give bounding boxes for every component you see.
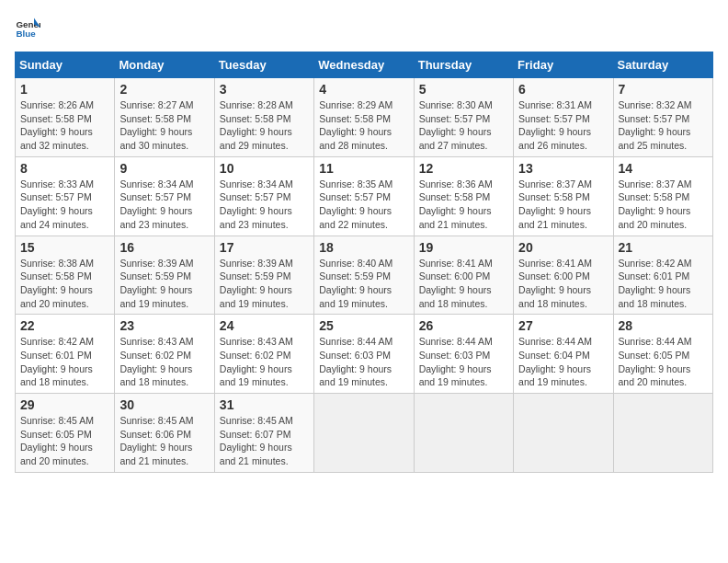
- calendar-cell: 6 Sunrise: 8:31 AM Sunset: 5:57 PM Dayli…: [514, 78, 613, 157]
- calendar-week-row: 8 Sunrise: 8:33 AM Sunset: 5:57 PM Dayli…: [16, 156, 713, 236]
- day-info: Sunrise: 8:42 AM Sunset: 6:01 PM Dayligh…: [20, 335, 109, 389]
- calendar-cell: 7 Sunrise: 8:32 AM Sunset: 5:57 PM Dayli…: [613, 78, 712, 157]
- logo-icon: General Blue: [15, 15, 40, 40]
- calendar-cell: 30 Sunrise: 8:45 AM Sunset: 6:06 PM Dayl…: [115, 394, 214, 473]
- svg-text:Blue: Blue: [16, 29, 36, 39]
- calendar-cell: 10 Sunrise: 8:34 AM Sunset: 5:57 PM Dayl…: [214, 156, 313, 236]
- day-number: 31: [220, 397, 309, 412]
- day-number: 30: [119, 397, 209, 412]
- day-info: Sunrise: 8:27 AM Sunset: 5:58 PM Dayligh…: [119, 98, 209, 153]
- day-info: Sunrise: 8:44 AM Sunset: 6:05 PM Dayligh…: [619, 335, 708, 389]
- dow-header: Wednesday: [314, 52, 414, 78]
- day-info: Sunrise: 8:35 AM Sunset: 5:57 PM Dayligh…: [319, 178, 408, 232]
- day-info: Sunrise: 8:43 AM Sunset: 6:02 PM Dayligh…: [220, 335, 309, 389]
- day-number: 25: [319, 318, 408, 333]
- day-number: 2: [119, 82, 209, 97]
- day-number: 24: [220, 318, 309, 333]
- day-info: Sunrise: 8:45 AM Sunset: 6:06 PM Dayligh…: [119, 414, 209, 468]
- day-number: 8: [20, 161, 109, 176]
- calendar-week-row: 22 Sunrise: 8:42 AM Sunset: 6:01 PM Dayl…: [16, 315, 713, 394]
- day-info: Sunrise: 8:30 AM Sunset: 5:57 PM Dayligh…: [419, 98, 508, 153]
- day-number: 15: [20, 240, 109, 255]
- calendar-week-row: 1 Sunrise: 8:26 AM Sunset: 5:58 PM Dayli…: [16, 78, 713, 157]
- day-number: 4: [319, 82, 408, 97]
- day-number: 13: [518, 161, 608, 176]
- dow-header: Tuesday: [214, 52, 313, 78]
- page-header: General Blue: [15, 15, 713, 40]
- day-number: 18: [319, 240, 408, 255]
- day-info: Sunrise: 8:33 AM Sunset: 5:57 PM Dayligh…: [20, 178, 109, 232]
- day-number: 19: [419, 240, 508, 255]
- day-info: Sunrise: 8:31 AM Sunset: 5:57 PM Dayligh…: [518, 98, 608, 153]
- calendar-cell: 2 Sunrise: 8:27 AM Sunset: 5:58 PM Dayli…: [115, 78, 214, 157]
- day-info: Sunrise: 8:39 AM Sunset: 5:59 PM Dayligh…: [220, 257, 309, 311]
- calendar-cell: 4 Sunrise: 8:29 AM Sunset: 5:58 PM Dayli…: [314, 78, 414, 157]
- calendar-cell: [514, 394, 613, 473]
- day-number: 10: [220, 161, 309, 176]
- calendar-cell: [414, 394, 513, 473]
- calendar-cell: 5 Sunrise: 8:30 AM Sunset: 5:57 PM Dayli…: [414, 78, 513, 157]
- days-of-week-row: SundayMondayTuesdayWednesdayThursdayFrid…: [16, 52, 713, 78]
- day-number: 16: [119, 240, 209, 255]
- day-info: Sunrise: 8:32 AM Sunset: 5:57 PM Dayligh…: [619, 98, 708, 153]
- day-info: Sunrise: 8:37 AM Sunset: 5:58 PM Dayligh…: [619, 178, 708, 232]
- day-info: Sunrise: 8:44 AM Sunset: 6:04 PM Dayligh…: [518, 335, 608, 389]
- dow-header: Friday: [514, 52, 613, 78]
- logo: General Blue: [15, 15, 40, 40]
- calendar-cell: 14 Sunrise: 8:37 AM Sunset: 5:58 PM Dayl…: [613, 156, 712, 236]
- day-number: 21: [619, 240, 708, 255]
- day-number: 11: [319, 161, 408, 176]
- day-info: Sunrise: 8:44 AM Sunset: 6:03 PM Dayligh…: [419, 335, 508, 389]
- calendar-cell: [613, 394, 712, 473]
- calendar-cell: 9 Sunrise: 8:34 AM Sunset: 5:57 PM Dayli…: [115, 156, 214, 236]
- calendar-cell: 18 Sunrise: 8:40 AM Sunset: 5:59 PM Dayl…: [314, 236, 414, 315]
- day-number: 20: [518, 240, 608, 255]
- day-number: 9: [119, 161, 209, 176]
- day-number: 17: [220, 240, 309, 255]
- calendar-cell: 15 Sunrise: 8:38 AM Sunset: 5:58 PM Dayl…: [16, 236, 115, 315]
- day-number: 7: [619, 82, 708, 97]
- calendar-week-row: 15 Sunrise: 8:38 AM Sunset: 5:58 PM Dayl…: [16, 236, 713, 315]
- dow-header: Saturday: [613, 52, 712, 78]
- day-info: Sunrise: 8:34 AM Sunset: 5:57 PM Dayligh…: [220, 178, 309, 232]
- calendar-cell: 8 Sunrise: 8:33 AM Sunset: 5:57 PM Dayli…: [16, 156, 115, 236]
- day-info: Sunrise: 8:44 AM Sunset: 6:03 PM Dayligh…: [319, 335, 408, 389]
- day-number: 14: [619, 161, 708, 176]
- day-info: Sunrise: 8:40 AM Sunset: 5:59 PM Dayligh…: [319, 257, 408, 311]
- day-number: 28: [619, 318, 708, 333]
- day-info: Sunrise: 8:41 AM Sunset: 6:00 PM Dayligh…: [419, 257, 508, 311]
- day-info: Sunrise: 8:45 AM Sunset: 6:07 PM Dayligh…: [220, 414, 309, 468]
- calendar-table: SundayMondayTuesdayWednesdayThursdayFrid…: [15, 52, 713, 473]
- day-number: 26: [419, 318, 508, 333]
- calendar-cell: 31 Sunrise: 8:45 AM Sunset: 6:07 PM Dayl…: [214, 394, 313, 473]
- calendar-cell: 26 Sunrise: 8:44 AM Sunset: 6:03 PM Dayl…: [414, 315, 513, 394]
- day-number: 12: [419, 161, 508, 176]
- calendar-cell: [314, 394, 414, 473]
- day-number: 6: [518, 82, 608, 97]
- calendar-cell: 27 Sunrise: 8:44 AM Sunset: 6:04 PM Dayl…: [514, 315, 613, 394]
- calendar-cell: 22 Sunrise: 8:42 AM Sunset: 6:01 PM Dayl…: [16, 315, 115, 394]
- day-number: 3: [220, 82, 309, 97]
- day-number: 29: [20, 397, 109, 412]
- day-info: Sunrise: 8:39 AM Sunset: 5:59 PM Dayligh…: [119, 257, 209, 311]
- calendar-cell: 17 Sunrise: 8:39 AM Sunset: 5:59 PM Dayl…: [214, 236, 313, 315]
- day-info: Sunrise: 8:45 AM Sunset: 6:05 PM Dayligh…: [20, 414, 109, 468]
- calendar-cell: 3 Sunrise: 8:28 AM Sunset: 5:58 PM Dayli…: [214, 78, 313, 157]
- day-number: 5: [419, 82, 508, 97]
- calendar-cell: 19 Sunrise: 8:41 AM Sunset: 6:00 PM Dayl…: [414, 236, 513, 315]
- calendar-cell: 13 Sunrise: 8:37 AM Sunset: 5:58 PM Dayl…: [514, 156, 613, 236]
- calendar-week-row: 29 Sunrise: 8:45 AM Sunset: 6:05 PM Dayl…: [16, 394, 713, 473]
- calendar-cell: 25 Sunrise: 8:44 AM Sunset: 6:03 PM Dayl…: [314, 315, 414, 394]
- dow-header: Thursday: [414, 52, 513, 78]
- day-info: Sunrise: 8:34 AM Sunset: 5:57 PM Dayligh…: [119, 178, 209, 232]
- calendar-cell: 11 Sunrise: 8:35 AM Sunset: 5:57 PM Dayl…: [314, 156, 414, 236]
- day-info: Sunrise: 8:38 AM Sunset: 5:58 PM Dayligh…: [20, 257, 109, 311]
- calendar-body: 1 Sunrise: 8:26 AM Sunset: 5:58 PM Dayli…: [16, 78, 713, 473]
- day-info: Sunrise: 8:29 AM Sunset: 5:58 PM Dayligh…: [319, 98, 408, 153]
- calendar-cell: 23 Sunrise: 8:43 AM Sunset: 6:02 PM Dayl…: [115, 315, 214, 394]
- day-info: Sunrise: 8:43 AM Sunset: 6:02 PM Dayligh…: [119, 335, 209, 389]
- day-info: Sunrise: 8:42 AM Sunset: 6:01 PM Dayligh…: [619, 257, 708, 311]
- calendar-cell: 21 Sunrise: 8:42 AM Sunset: 6:01 PM Dayl…: [613, 236, 712, 315]
- calendar-cell: 1 Sunrise: 8:26 AM Sunset: 5:58 PM Dayli…: [16, 78, 115, 157]
- day-info: Sunrise: 8:36 AM Sunset: 5:58 PM Dayligh…: [419, 178, 508, 232]
